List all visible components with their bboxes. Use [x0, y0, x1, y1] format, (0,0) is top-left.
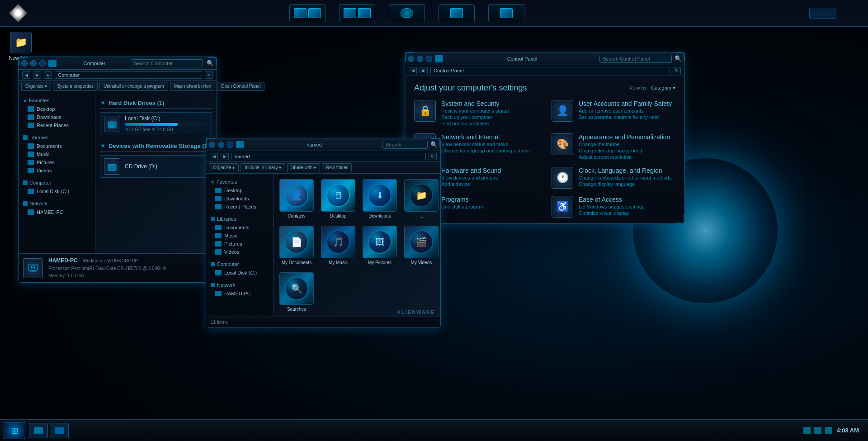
explorer-search-input[interactable]	[382, 141, 428, 149]
explorer-share-btn[interactable]: Share with ▾	[287, 163, 320, 172]
cp-link-set-up-parental-controls-for-any-user[interactable]: Set up parental controls for any user	[579, 114, 672, 120]
computer-window: Computer 🔍 ◀ ▶ ▲ Computer ↻ Organize ▾ S…	[18, 57, 217, 283]
cp-link-add-or-remove-user-accounts[interactable]: Add or remove user accounts	[579, 108, 672, 114]
file-item-searches[interactable]: 🔍 Searches	[278, 270, 316, 313]
exp-sidebar-music[interactable]: Music	[206, 232, 274, 240]
file-item-my-pictures[interactable]: 🖼 My Pictures	[361, 224, 399, 267]
cp-cat-title-Appearance and Personalization[interactable]: Appearance and Personalization	[579, 133, 670, 141]
cp-link-change-display-language[interactable]: Change display language	[579, 181, 671, 187]
explorer-forward-btn[interactable]: ▶	[221, 153, 229, 160]
address-text[interactable]: Computer	[55, 71, 202, 79]
exp-sidebar-local-disk[interactable]: Local Disk (C:)	[206, 269, 274, 277]
explorer-maximize-btn[interactable]	[218, 142, 224, 148]
taskbar-explorer-btn[interactable]	[29, 423, 48, 438]
sidebar-item-videos[interactable]: Videos	[19, 166, 95, 175]
explorer-corner-tr	[431, 138, 440, 147]
cp-cat-title-User Accounts and Family Safety[interactable]: User Accounts and Family Safety	[579, 100, 672, 107]
cp-cat-title-Ease of Access[interactable]: Ease of Access	[579, 196, 645, 203]
cp-link-change-desktop-background[interactable]: Change desktop background	[579, 148, 670, 153]
explorer-organize-btn[interactable]: Organize ▾	[209, 163, 239, 172]
sidebar-item-local-disk[interactable]: Local Disk (C:)	[19, 187, 95, 195]
back-btn[interactable]: ◀	[22, 71, 30, 79]
cp-cat-title-System and Security[interactable]: System and Security	[441, 100, 509, 107]
cp-link-view-devices-and-printers[interactable]: View devices and printers	[441, 175, 501, 180]
cp-maximize-btn[interactable]	[417, 56, 423, 62]
sidebar-item-recent[interactable]: Recent Places	[19, 121, 95, 129]
cp-link-uninstall-a-program[interactable]: Uninstall a program	[441, 204, 484, 209]
cd-drive-d[interactable]: CD Drive (D:)	[100, 155, 212, 178]
sidebar-item-desktop[interactable]: Desktop	[19, 105, 95, 113]
cp-view-dropdown-icon[interactable]: ▾	[673, 85, 675, 90]
cp-cat-title-Hardware and Sound[interactable]: Hardware and Sound	[441, 167, 501, 174]
cp-link-find-and-fix-problems[interactable]: Find and fix problems	[441, 121, 509, 126]
exp-sidebar-videos[interactable]: Videos	[206, 248, 274, 256]
file-item-...[interactable]: 📁 ...	[402, 177, 440, 220]
organize-btn[interactable]: Organize ▾	[21, 82, 51, 91]
cp-back-btn[interactable]: ◀	[409, 67, 417, 74]
cp-link-change-keyboards-or-other-input-methods[interactable]: Change keyboards or other input methods	[579, 175, 671, 180]
computer-search-input[interactable]	[131, 59, 203, 67]
forward-btn[interactable]: ▶	[33, 71, 41, 79]
sidebar-item-pictures[interactable]: Pictures	[19, 158, 95, 166]
exp-sidebar-downloads[interactable]: Downloads	[206, 194, 274, 203]
cp-cat-title-Programs[interactable]: Programs	[441, 196, 484, 203]
cp-view-mode[interactable]: Category	[651, 85, 671, 90]
map-network-btn[interactable]: Map network drive	[170, 82, 215, 91]
file-item-desktop[interactable]: 🖥 Desktop	[319, 177, 357, 220]
file-item-downloads[interactable]: ⬇ Downloads	[361, 177, 399, 220]
network-nav-icon	[23, 201, 28, 206]
file-item-my-music[interactable]: 🎵 My Music	[319, 224, 357, 267]
exp-sidebar-hamed-pc[interactable]: HAMED-PC	[206, 289, 274, 298]
cp-refresh-btn[interactable]: ↻	[673, 67, 681, 74]
local-disk-c[interactable]: Local Disk (C:) 16.1 GB free of 24.8 GB	[100, 112, 212, 135]
open-control-panel-btn[interactable]: Open Control Panel	[217, 82, 265, 91]
cp-cat-title-Network and Internet[interactable]: Network and Internet	[441, 133, 530, 141]
sidebar-item-hamed-pc[interactable]: HAMED-PC	[19, 208, 95, 216]
explorer-close-btn[interactable]	[227, 142, 233, 148]
cp-cat-icon-Ease of Access: ♿	[552, 196, 573, 218]
cp-link-back-up-your-computer[interactable]: Back up your computer	[441, 114, 509, 120]
explorer-new-folder-btn[interactable]: New folder	[322, 163, 352, 172]
explorer-refresh-btn[interactable]: ↻	[429, 153, 437, 160]
cp-search-input[interactable]	[599, 55, 672, 63]
gamepad-icon	[344, 8, 356, 18]
sidebar-item-downloads[interactable]: Downloads	[19, 113, 95, 121]
exp-sidebar-recent[interactable]: Recent Places	[206, 203, 274, 211]
cp-link-review-your-computer's-status[interactable]: Review your computer's status	[441, 108, 509, 114]
system-properties-btn[interactable]: System properties	[53, 82, 98, 91]
cp-link-adjust-screen-resolution[interactable]: Adjust screen resolution	[579, 154, 670, 160]
explorer-back-btn[interactable]: ◀	[210, 153, 218, 160]
refresh-btn[interactable]: ↻	[205, 71, 213, 79]
taskbar-folder-btn[interactable]	[50, 423, 69, 438]
cp-forward-btn[interactable]: ▶	[420, 67, 428, 74]
computer-nav-section: Computer Local Disk (C:)	[19, 178, 95, 195]
win-maximize-btn[interactable]	[30, 60, 37, 66]
top-decorative-bar	[0, 0, 868, 27]
exp-sidebar-desktop[interactable]: Desktop	[206, 186, 274, 194]
cp-link-let-windows-suggest-settings[interactable]: Let Windows suggest settings	[579, 204, 645, 209]
file-item-contacts[interactable]: 👤 Contacts	[278, 177, 316, 220]
uninstall-btn[interactable]: Uninstall or change a program	[99, 82, 168, 91]
cp-address-text[interactable]: Control Panel	[430, 67, 670, 74]
explorer-address-text[interactable]: hamed	[231, 153, 426, 160]
sidebar-item-documents[interactable]: Documents	[19, 142, 95, 150]
file-item-my-documents[interactable]: 📄 My Documents	[278, 224, 316, 267]
cp-link-add-a-device[interactable]: Add a device	[441, 181, 501, 187]
cp-link-change-the-theme[interactable]: Change the theme	[579, 142, 670, 147]
cp-cat-icon-Clock, Language, and Region: 🕐	[552, 167, 573, 189]
cp-link-choose-homegroup-and-sharing-options[interactable]: Choose homegroup and sharing options	[441, 148, 530, 153]
cp-link-optimize-visual-display[interactable]: Optimize visual display	[579, 210, 645, 216]
file-item-my-videos[interactable]: 🎬 My Videos	[402, 224, 440, 267]
cp-close-btn[interactable]	[426, 56, 432, 62]
explorer-include-library-btn[interactable]: Include in library ▾	[241, 163, 285, 172]
cp-cat-title-Clock, Language, and Region[interactable]: Clock, Language, and Region	[579, 167, 671, 174]
win-close-btn[interactable]	[39, 60, 46, 66]
exp-sidebar-documents[interactable]: Documents	[206, 223, 274, 232]
start-button[interactable]: ⊞	[4, 422, 25, 439]
up-btn[interactable]: ▲	[44, 71, 52, 79]
taskbar-items	[29, 423, 799, 438]
sidebar-item-music[interactable]: Music	[19, 150, 95, 158]
cp-link-view-network-status-and-tasks[interactable]: View network status and tasks	[441, 142, 530, 147]
file-icon-My Music: 🎵	[321, 226, 355, 258]
exp-sidebar-pictures[interactable]: Pictures	[206, 240, 274, 248]
